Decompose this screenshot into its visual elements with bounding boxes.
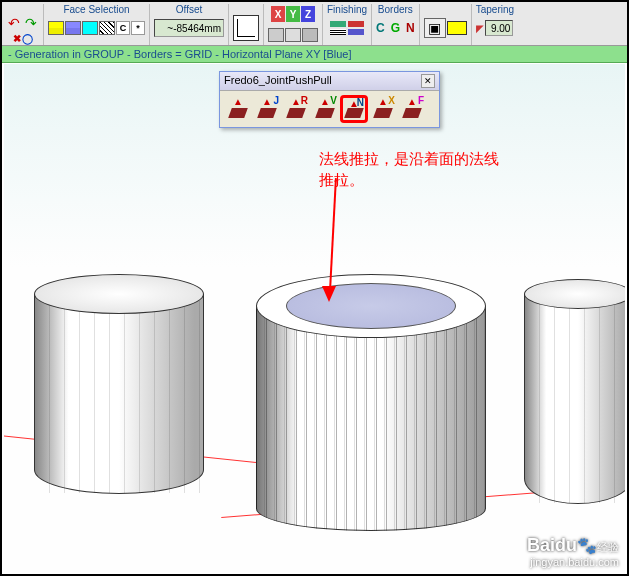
history-section: ↶ ↷ ✖ ◯ [2, 4, 44, 45]
pushpull-tool-x[interactable]: ▲X [369, 95, 397, 123]
finish-green[interactable] [330, 21, 346, 27]
finish-blue[interactable] [348, 29, 364, 35]
c-button[interactable]: C [116, 21, 130, 35]
tapering-input[interactable] [485, 20, 513, 36]
finish-hatch[interactable] [330, 29, 346, 35]
undo-icon[interactable]: ↶ [6, 15, 22, 31]
status-bar: - Generation in GROUP - Borders = GRID -… [2, 46, 627, 63]
viewport-3d[interactable]: Fredo6_JointPushPull ✕ ▲▲J▲R▲V▲N▲X▲F 法线推… [4, 64, 625, 572]
pushpull-tool-f[interactable]: ▲F [398, 95, 426, 123]
float-title: Fredo6_JointPushPull [224, 74, 332, 88]
face-selection-label: Face Selection [63, 4, 129, 16]
close-icon[interactable]: ✕ [421, 74, 435, 88]
main-toolbar: ↶ ↷ ✖ ◯ Face Selection C * Offset X [2, 2, 627, 46]
border-n[interactable]: N [406, 21, 415, 35]
watermark: Baidu🐾经验 jingyan.baidu.com [527, 535, 619, 568]
joint-pushpull-toolbar: Fredo6_JointPushPull ✕ ▲▲J▲R▲V▲N▲X▲F [219, 71, 440, 128]
yellow-rect-icon[interactable] [447, 21, 467, 35]
redo-icon[interactable]: ↷ [23, 15, 39, 31]
swatch-cyan[interactable] [82, 21, 98, 35]
offset-input[interactable] [154, 19, 224, 37]
tapering-flag-icon[interactable]: ◤ [476, 23, 484, 34]
gear-cylinder-center[interactable] [256, 274, 486, 544]
tapering-section: Tapering ◤ [472, 4, 518, 45]
finish-red[interactable] [348, 21, 364, 27]
graph-section [229, 4, 264, 45]
confirm-icon[interactable]: ◯ [22, 33, 33, 44]
face-selection-section: Face Selection C * [44, 4, 150, 45]
pushpull-tool-v[interactable]: ▲V [311, 95, 339, 123]
borders-label: Borders [378, 4, 413, 16]
border-g[interactable]: G [391, 21, 400, 35]
pushpull-tool-j[interactable]: ▲J [253, 95, 281, 123]
cube-icon[interactable]: ▣ [424, 18, 446, 38]
pushpull-tool-n[interactable]: ▲N [340, 95, 368, 123]
shape-section: ▣ [420, 4, 472, 45]
plane-button-2[interactable] [285, 28, 301, 42]
axis-y-button[interactable]: Y [286, 6, 300, 22]
graph-icon[interactable] [233, 15, 259, 41]
annotation-text: 法线推拉，是沿着面的法线 推拉。 [319, 148, 499, 190]
cancel-icon[interactable]: ✖ [13, 33, 21, 44]
star-button[interactable]: * [131, 21, 145, 35]
pushpull-tool-r[interactable]: ▲R [282, 95, 310, 123]
offset-label: Offset [176, 4, 203, 16]
paw-icon: 🐾 [577, 537, 597, 554]
offset-section: Offset [150, 4, 229, 45]
annotation-arrow-head [322, 286, 336, 302]
borders-section: Borders C G N [372, 4, 420, 45]
axis-z-button[interactable]: Z [301, 6, 315, 22]
plane-button-3[interactable] [302, 28, 318, 42]
pushpull-tool-default[interactable]: ▲ [224, 95, 252, 123]
tapering-label: Tapering [476, 4, 514, 16]
cylinder-right[interactable] [524, 294, 625, 504]
border-c[interactable]: C [376, 21, 385, 35]
swatch-yellow[interactable] [48, 21, 64, 35]
axis-x-button[interactable]: X [271, 6, 285, 22]
finishing-label: Finishing [327, 4, 367, 16]
finishing-section: Finishing [323, 4, 372, 45]
cylinder-left[interactable] [34, 294, 204, 494]
float-titlebar[interactable]: Fredo6_JointPushPull ✕ [220, 72, 439, 91]
swatch-blue[interactable] [65, 21, 81, 35]
swatch-hatch[interactable] [99, 21, 115, 35]
axes-section: X Y Z [264, 4, 323, 45]
plane-button-1[interactable] [268, 28, 284, 42]
